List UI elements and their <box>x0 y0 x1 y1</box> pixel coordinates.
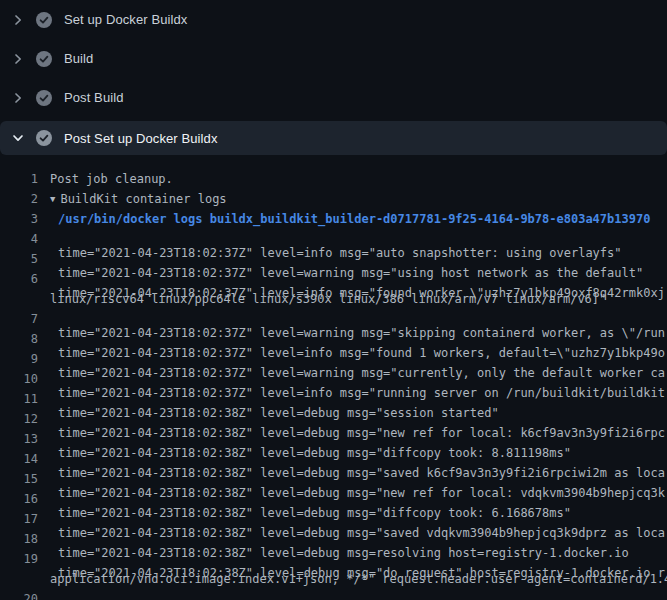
log-line-row: 3/usr/bin/docker logs buildx_buildkit_bu… <box>0 209 667 229</box>
log-line-row: 10time="2021-04-23T18:02:37Z" level=info… <box>0 369 667 389</box>
log-text: time="2021-04-23T18:02:38Z" level=debug … <box>58 409 665 429</box>
chevron-down-icon <box>10 130 26 146</box>
log-text: time="2021-04-23T18:02:37Z" level=warnin… <box>58 249 643 269</box>
group-expanded-triangle-icon: ▼ <box>50 189 55 209</box>
group-toggle[interactable]: ▼BuildKit container logs <box>50 189 227 209</box>
line-number[interactable]: 3 <box>0 209 38 229</box>
log-line-row: 5time="2021-04-23T18:02:37Z" level=warni… <box>0 249 667 269</box>
line-number[interactable]: 13 <box>0 429 38 449</box>
line-number[interactable]: 10 <box>0 369 38 389</box>
line-number[interactable]: 14 <box>0 449 38 469</box>
step-title: Post Build <box>64 90 124 105</box>
line-number[interactable]: 19 <box>0 549 38 569</box>
log-line-row: 15time="2021-04-23T18:02:38Z" level=debu… <box>0 469 667 489</box>
log-text: time="2021-04-23T18:02:38Z" level=debug … <box>58 469 665 489</box>
step-title: Post Set up Docker Buildx <box>64 131 218 146</box>
line-number[interactable]: 8 <box>0 329 38 349</box>
log-line-row: 9time="2021-04-23T18:02:37Z" level=warni… <box>0 349 667 369</box>
log-line-row: 18time="2021-04-23T18:02:38Z" level=debu… <box>0 529 667 549</box>
line-number[interactable]: 15 <box>0 469 38 489</box>
step-row-post-build[interactable]: Post Build <box>0 78 667 117</box>
line-number <box>0 569 38 589</box>
log-line-row: 8time="2021-04-23T18:02:37Z" level=info … <box>0 329 667 349</box>
line-number[interactable]: 18 <box>0 529 38 549</box>
log-text: time="2021-04-23T18:02:38Z" level=debug … <box>58 449 665 469</box>
check-circle-icon <box>36 12 52 28</box>
check-circle-icon <box>36 51 52 67</box>
log-line-row: 17time="2021-04-23T18:02:38Z" level=debu… <box>0 509 667 529</box>
log-text: time="2021-04-23T18:02:37Z" level=info m… <box>58 229 622 249</box>
log-line-row: 7time="2021-04-23T18:02:37Z" level=warni… <box>0 309 667 329</box>
log-text: linux/riscv64 linux/ppc64le linux/s390x … <box>50 289 606 309</box>
line-number[interactable]: 1 <box>0 169 38 189</box>
log-text: time="2021-04-23T18:02:37Z" level=info m… <box>58 369 665 389</box>
log-text: time="2021-04-23T18:02:38Z" level=debug … <box>58 509 665 529</box>
group-label: BuildKit container logs <box>60 192 226 206</box>
log-line-row: 12time="2021-04-23T18:02:38Z" level=debu… <box>0 409 667 429</box>
log-wrap-row: application/vnd.oci.image.index.v1+json,… <box>0 569 667 589</box>
command-text: /usr/bin/docker logs buildx_buildkit_bui… <box>58 209 650 229</box>
workflow-log-panel: Set up Docker Buildx Build Post Build <box>0 0 667 600</box>
chevron-right-icon <box>10 51 26 67</box>
log-line-row: 1Post job cleanup. <box>0 169 667 189</box>
line-number[interactable]: 4 <box>0 229 38 249</box>
step-title: Build <box>64 51 93 66</box>
line-number[interactable]: 2 <box>0 189 38 209</box>
log-line-row: 19time="2021-04-23T18:02:38Z" level=debu… <box>0 549 667 569</box>
line-number[interactable]: 9 <box>0 349 38 369</box>
log-text: time="2021-04-23T18:02:38Z" level=debug … <box>58 549 665 569</box>
log-text: time="2021-04-23T18:02:37Z" level=info m… <box>58 269 665 289</box>
line-number <box>0 289 38 309</box>
log-text: application/vnd.oci.image.index.v1+json,… <box>50 569 667 589</box>
step-title: Set up Docker Buildx <box>64 12 187 27</box>
line-number[interactable]: 12 <box>0 409 38 429</box>
log-line-row: 14time="2021-04-23T18:02:38Z" level=debu… <box>0 449 667 469</box>
log-group-header-row: 2▼BuildKit container logs <box>0 189 667 209</box>
check-circle-icon <box>36 90 52 106</box>
log-text: time="2021-04-23T18:02:37Z" level=warnin… <box>58 309 665 329</box>
log-text: time="2021-04-23T18:02:38Z" level=debug … <box>58 589 665 600</box>
log-text: time="2021-04-23T18:02:38Z" level=debug … <box>58 389 499 409</box>
line-number[interactable]: 11 <box>0 389 38 409</box>
log-text: Post job cleanup. <box>50 169 173 189</box>
step-row-set-up-docker-buildx[interactable]: Set up Docker Buildx <box>0 0 667 39</box>
step-row-build[interactable]: Build <box>0 39 667 78</box>
step-row-post-set-up-docker-buildx[interactable]: Post Set up Docker Buildx <box>0 121 667 155</box>
log-line-row: 20time="2021-04-23T18:02:38Z" level=debu… <box>0 589 667 600</box>
check-circle-icon <box>36 130 52 146</box>
log-text: time="2021-04-23T18:02:37Z" level=warnin… <box>58 349 665 369</box>
line-number[interactable]: 17 <box>0 509 38 529</box>
log-line-row: 4time="2021-04-23T18:02:37Z" level=info … <box>0 229 667 249</box>
chevron-right-icon <box>10 12 26 28</box>
line-number[interactable]: 6 <box>0 269 38 289</box>
log-line-row: 16time="2021-04-23T18:02:38Z" level=debu… <box>0 489 667 509</box>
chevron-right-icon <box>10 90 26 106</box>
line-number[interactable]: 20 <box>0 589 38 600</box>
log-text: time="2021-04-23T18:02:38Z" level=debug … <box>58 429 571 449</box>
log-text: time="2021-04-23T18:02:38Z" level=debug … <box>58 489 571 509</box>
log-wrap-row: linux/riscv64 linux/ppc64le linux/s390x … <box>0 289 667 309</box>
line-number[interactable]: 7 <box>0 309 38 329</box>
log-line-row: 6time="2021-04-23T18:02:37Z" level=info … <box>0 269 667 289</box>
log-lines: 1Post job cleanup.2▼BuildKit container l… <box>0 155 667 600</box>
log-text: time="2021-04-23T18:02:37Z" level=info m… <box>58 329 665 349</box>
log-line-row: 13time="2021-04-23T18:02:38Z" level=debu… <box>0 429 667 449</box>
line-number[interactable]: 5 <box>0 249 38 269</box>
steps-list: Set up Docker Buildx Build Post Build <box>0 0 667 155</box>
log-text: time="2021-04-23T18:02:38Z" level=debug … <box>58 529 629 549</box>
line-number[interactable]: 16 <box>0 489 38 509</box>
